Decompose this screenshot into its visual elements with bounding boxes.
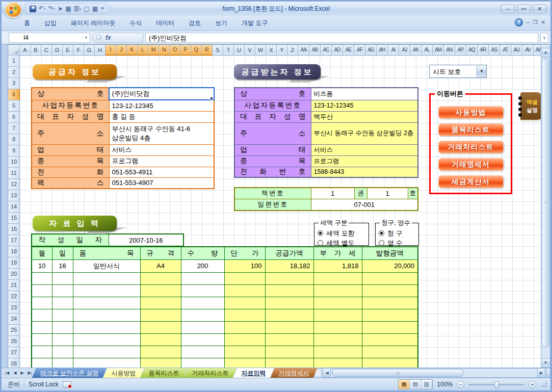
radio-option[interactable]: 청 구 [379,228,415,238]
resize-grip[interactable] [540,381,547,388]
data-cell-empty[interactable] [32,284,52,297]
data-cell[interactable]: 16 [52,259,73,272]
data-cell-empty[interactable] [362,309,418,321]
field-label[interactable]: 전 화 번 호 [234,167,311,177]
chevron-down-icon[interactable]: ▼ [477,65,486,77]
data-cell[interactable]: 1,818 [313,259,362,272]
data-column-header[interactable]: 일 [52,247,73,259]
data-cell-empty[interactable] [32,358,52,368]
excel-help-book-icon[interactable]: 엑셀 설명 [520,92,541,122]
data-cell-empty[interactable] [362,333,418,346]
ribbon-tab-2[interactable]: 페이지 레이아웃 [64,16,122,31]
field-label[interactable]: 사업자등록번호 [234,100,311,111]
column-header-J[interactable]: J [116,45,127,56]
nav-button-1[interactable]: 품목리스트 [438,123,504,136]
data-cell-empty[interactable] [224,297,265,309]
data-cell-empty[interactable] [362,346,418,358]
column-header-AD[interactable]: AD [332,45,343,56]
date-value[interactable]: 2007-10-16 [109,234,183,246]
first-sheet-icon[interactable]: |◀ [4,369,11,378]
ribbon-tab-4[interactable]: 데이터 [149,16,181,31]
row-header-10[interactable]: 10 [8,156,20,168]
data-cell-empty[interactable] [362,272,418,284]
column-header-E[interactable]: E [63,45,73,56]
help-icon[interactable]: ? [515,18,523,27]
radio-icon[interactable] [318,240,323,246]
column-header-N[interactable]: N [159,45,170,56]
row-header-4[interactable]: 4 [8,89,20,100]
data-cell-empty[interactable] [265,309,313,321]
field-label[interactable]: 팩 스 [32,177,109,189]
data-cell[interactable]: 20,000 [362,259,418,272]
row-header-3[interactable]: 3 [8,78,20,89]
hscroll-left-icon[interactable]: ◀ [323,368,331,378]
data-cell-empty[interactable] [265,297,313,309]
row-header-13[interactable]: 13 [8,190,20,201]
column-header-AT[interactable]: AT [500,45,511,56]
field-label[interactable]: 종 목 [32,155,109,167]
field-value[interactable]: 백두산 [311,111,418,122]
data-column-header[interactable]: 월 [32,247,52,259]
hscroll-right-icon[interactable]: ▶ [537,368,545,378]
book-no-value-1[interactable]: 1 [311,188,354,199]
data-cell-empty[interactable] [224,346,265,358]
nav-button-4[interactable]: 세금계산서 [438,175,504,188]
book-no-value-2[interactable]: 1 [367,188,408,199]
field-label[interactable]: 업 태 [234,144,311,155]
data-cell-empty[interactable] [181,272,224,284]
field-value[interactable]: 비즈폼 [311,88,418,100]
data-cell-empty[interactable] [52,321,73,333]
row-header-21[interactable]: 21 [8,280,20,291]
sheet-tab-1[interactable]: 사용방법 [103,368,144,378]
data-cell-empty[interactable] [140,321,181,333]
field-value[interactable]: 프로그램 [311,155,418,167]
row-header-15[interactable]: 15 [8,213,20,224]
data-cell[interactable]: 10 [32,259,52,272]
field-label[interactable]: 대 표 자 성 명 [234,111,311,122]
sheet-tab-2[interactable]: 품목리스트 [140,368,187,378]
column-header-AW[interactable]: AW [534,45,541,56]
data-cell-empty[interactable] [181,358,224,368]
column-header-C[interactable]: C [41,45,52,56]
ribbon-tab-5[interactable]: 검토 [181,16,208,31]
column-header-AG[interactable]: AG [365,45,377,56]
data-cell-empty[interactable] [181,346,224,358]
data-cell-empty[interactable] [73,321,140,333]
data-cell[interactable]: 일반서식 [73,259,140,272]
data-cell-empty[interactable] [313,309,362,321]
field-value[interactable]: 부산시 동래구 수안동 삼운빌딩 2층 [311,122,418,144]
data-column-header[interactable]: 규 격 [140,247,181,259]
data-cell-empty[interactable] [265,358,313,368]
column-header-AP[interactable]: AP [455,45,466,56]
column-header-L[interactable]: L [138,45,148,56]
data-cell-empty[interactable] [224,333,265,346]
workbook-restore-button[interactable]: ❐ [533,18,538,27]
zoom-slider[interactable] [468,384,524,385]
data-cell-empty[interactable] [313,297,362,309]
vertical-scroll-track[interactable]: ≡ [541,57,550,358]
prev-sheet-icon[interactable]: ◀ [12,369,18,378]
radio-icon[interactable] [318,230,323,236]
scroll-down-icon[interactable]: ▼ [541,358,550,367]
row-header-17[interactable]: 17 [8,235,20,246]
select-all-corner[interactable] [8,45,20,56]
field-label[interactable]: 대 표 자 성 명 [32,111,109,122]
column-header-AR[interactable]: AR [478,45,489,56]
data-column-header[interactable]: 부 가 세 [313,247,362,259]
data-cell-empty[interactable] [265,333,313,346]
horizontal-scroll-thumb[interactable]: |||| [332,369,464,377]
field-label[interactable]: 종 목 [234,155,311,167]
nav-button-3[interactable]: 거래명세서 [438,158,504,171]
data-cell-empty[interactable] [73,284,140,297]
column-header-AB[interactable]: AB [309,45,321,56]
field-label[interactable]: 업 태 [32,144,109,155]
office-button[interactable] [5,2,22,18]
book-no-unit-2[interactable]: 호 [408,188,418,199]
field-value[interactable]: 서비스 [109,144,214,155]
row-header-16[interactable]: 16 [8,224,20,235]
book-no-unit-1[interactable]: 권 [354,188,367,199]
field-label[interactable]: 주 소 [234,122,311,144]
data-cell-empty[interactable] [313,358,362,368]
column-header-G[interactable]: G [84,45,95,56]
data-column-header[interactable]: 공급가액 [265,247,313,259]
